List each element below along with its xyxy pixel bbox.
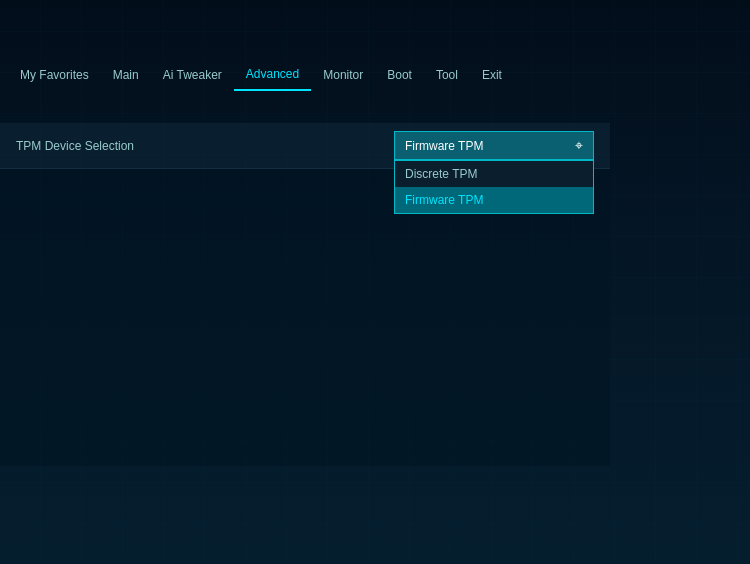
nav-boot[interactable]: Boot — [375, 58, 424, 91]
nav-monitor[interactable]: Monitor — [311, 58, 375, 91]
tpm-dropdown-container: Firmware TPM ⌖ Discrete TPM Firmware TPM — [394, 131, 594, 160]
settings-area: TPM Device Selection Firmware TPM ⌖ Disc… — [0, 115, 610, 466]
option-discrete-tpm[interactable]: Discrete TPM — [395, 161, 593, 187]
nav-main[interactable]: Main — [101, 58, 151, 91]
option-firmware-tpm[interactable]: Firmware TPM — [395, 187, 593, 213]
dropdown-cursor-icon: ⌖ — [575, 137, 583, 154]
nav-advanced[interactable]: Advanced — [234, 58, 311, 91]
tpm-dropdown-selected[interactable]: Firmware TPM ⌖ — [394, 131, 594, 160]
nav-ai-tweaker[interactable]: Ai Tweaker — [151, 58, 234, 91]
nav-my-favorites[interactable]: My Favorites — [8, 58, 101, 91]
tpm-label: TPM Device Selection — [16, 139, 394, 153]
tpm-setting-row: TPM Device Selection Firmware TPM ⌖ Disc… — [0, 123, 610, 169]
nav-exit[interactable]: Exit — [470, 58, 514, 91]
nav-tool[interactable]: Tool — [424, 58, 470, 91]
tpm-dropdown-popup: Discrete TPM Firmware TPM — [394, 160, 594, 214]
